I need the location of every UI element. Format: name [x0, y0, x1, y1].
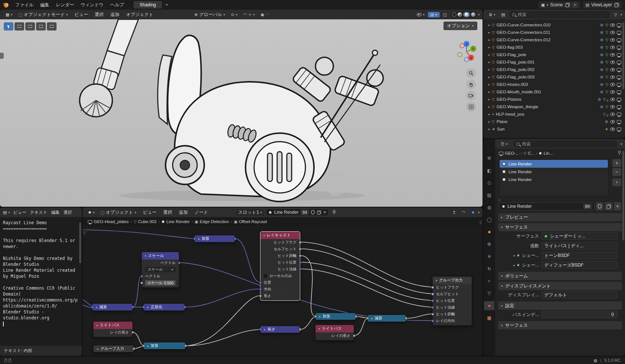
- expand-icon[interactable]: ▸: [488, 31, 490, 34]
- checkbox[interactable]: [264, 274, 267, 278]
- socket-output[interactable]: [355, 315, 358, 318]
- wrench-icon[interactable]: ⚙: [600, 90, 603, 94]
- overlays-toggle[interactable]: ◎▾: [428, 12, 440, 17]
- topbar-menu-item[interactable]: ウィンドウ: [77, 1, 107, 9]
- node-group-input[interactable]: ▸グループ入力: [93, 345, 134, 352]
- topbar-menu-item[interactable]: ヘルプ: [107, 1, 127, 9]
- node-group-output[interactable]: ▾グループ出力ヒットフラグセルフヒットヒット位置ヒット法線ヒット距離レイの方向: [432, 276, 472, 326]
- topbar-menu-item[interactable]: 編集: [37, 1, 52, 9]
- socket-output[interactable]: [353, 334, 356, 337]
- select-mode-new-button[interactable]: [15, 22, 24, 30]
- mesh-data-icon[interactable]: ▽: [605, 45, 608, 49]
- viewport-menu-item[interactable]: オブジェクト: [123, 11, 157, 19]
- node-enum-select[interactable]: スケール▾: [145, 267, 176, 272]
- node-light-path-b[interactable]: ▾ライトパスレイの長さ: [315, 325, 354, 341]
- new-scene-button[interactable]: [565, 2, 570, 8]
- socket-input[interactable]: [314, 315, 317, 318]
- socket-output[interactable]: [299, 254, 302, 257]
- hide-eye-icon[interactable]: [610, 53, 615, 57]
- disable-viewport-icon[interactable]: [617, 105, 621, 109]
- disable-viewport-icon[interactable]: [617, 75, 621, 79]
- properties-tab-material[interactable]: ●: [484, 301, 494, 310]
- socket-output[interactable]: [405, 317, 408, 320]
- collapse-icon[interactable]: ▸: [97, 347, 99, 351]
- wrench-icon[interactable]: ⚙: [600, 105, 603, 109]
- mesh-data-icon[interactable]: ▽: [605, 30, 608, 35]
- breadcrumb-item[interactable]: Line Render: [161, 219, 190, 224]
- mesh-data-icon[interactable]: ▽: [605, 38, 608, 42]
- viewport-menu-item[interactable]: 追加: [107, 11, 123, 19]
- editor-type-button[interactable]: ▦▾: [3, 12, 15, 17]
- collapse-icon[interactable]: ▸: [319, 315, 321, 318]
- node-header[interactable]: ▾レイキャスト: [260, 232, 300, 239]
- show-gizmo-toggle[interactable]: ▾: [414, 12, 427, 17]
- hide-eye-icon[interactable]: [610, 128, 615, 131]
- socket-input[interactable]: [142, 306, 145, 309]
- mesh-data-orange-icon[interactable]: ▽: [603, 112, 606, 116]
- node-normalize[interactable]: ▸正規化: [143, 303, 185, 311]
- socket-input[interactable]: [259, 294, 262, 297]
- wrench-icon[interactable]: ⚙: [605, 120, 608, 124]
- breadcrumb-item[interactable]: GEO-...: [499, 151, 519, 155]
- expand-icon[interactable]: ▸: [488, 113, 490, 116]
- outliner-row[interactable]: ▸▽GEO-Weapon_thingie⚙▽: [483, 103, 625, 110]
- mesh-data-icon[interactable]: ▽: [605, 68, 608, 72]
- text-scrollbar[interactable]: [79, 222, 81, 263]
- select-mode-subtract-button[interactable]: [36, 22, 46, 30]
- viewport-menu-item[interactable]: 選択: [92, 11, 107, 19]
- socket-output[interactable]: [299, 261, 302, 264]
- disable-viewport-icon[interactable]: [617, 98, 621, 101]
- outliner-row[interactable]: ▸▽GEO-Mouth_inside.001⚙▽: [483, 88, 625, 96]
- outliner-row[interactable]: ▸▽GEO-Pistons⚙▽3: [483, 96, 625, 103]
- disable-viewport-icon[interactable]: [617, 46, 621, 49]
- topbar-menu-item[interactable]: レンダー: [52, 1, 77, 9]
- toolbar-expand-arrow[interactable]: ›: [0, 53, 4, 59]
- disable-viewport-icon[interactable]: [617, 23, 621, 27]
- topbar-menu-item[interactable]: ファイル: [12, 1, 37, 9]
- wrench-icon[interactable]: ⚙: [600, 60, 603, 64]
- collapse-icon[interactable]: ▸: [198, 237, 200, 241]
- grid-perspective-button[interactable]: [466, 102, 476, 112]
- properties-tab-physics[interactable]: ↻: [484, 264, 494, 273]
- snap-toggle[interactable]: ◠⊹▾: [241, 12, 257, 17]
- add-slot-button[interactable]: +: [612, 159, 621, 167]
- breadcrumb-item[interactable]: ▽Cube.002: [134, 219, 157, 224]
- material-users-count[interactable]: 84: [583, 204, 592, 209]
- network-status-icon[interactable]: ◍: [594, 358, 597, 363]
- disable-viewport-icon[interactable]: [617, 31, 621, 34]
- socket-input[interactable]: [431, 293, 434, 296]
- expand-icon[interactable]: ▸: [488, 61, 490, 64]
- expand-icon[interactable]: ▸: [488, 75, 490, 79]
- node-scale[interactable]: ▾スケールベクトルスケール▾ベクトルスケール0.500: [141, 252, 179, 288]
- remove-slot-button[interactable]: −: [612, 168, 621, 176]
- properties-tab-scene[interactable]: ◍: [484, 203, 494, 212]
- socket-input[interactable]: [142, 344, 145, 347]
- navigation-gizmo[interactable]: Z Y X: [454, 39, 479, 64]
- material-slot-row[interactable]: Line Render: [500, 175, 608, 183]
- node-add-math-a[interactable]: ▸加算: [143, 342, 186, 349]
- disable-viewport-icon[interactable]: [617, 113, 621, 116]
- blender-logo-icon[interactable]: [3, 2, 9, 8]
- text-editor-body[interactable]: Raycast Line Demo================= This …: [0, 217, 82, 346]
- wrench-icon[interactable]: ⚙: [600, 83, 603, 87]
- factor-value-field[interactable]: ライトパス | ディ...: [541, 242, 618, 249]
- shading-options-chevron[interactable]: ▾: [478, 13, 480, 16]
- hide-eye-icon[interactable]: [610, 98, 615, 101]
- pan-hand-button[interactable]: [466, 80, 476, 89]
- socket-input[interactable]: [259, 288, 262, 291]
- properties-tab-render[interactable]: ◧: [484, 166, 494, 175]
- node-header[interactable]: ▾ライトパス: [93, 322, 132, 329]
- socket-input[interactable]: [431, 319, 434, 322]
- slot-list-grip[interactable]: ▸····: [499, 198, 609, 202]
- shading-wireframe-button[interactable]: [452, 12, 456, 17]
- mesh-data-icon[interactable]: ▽: [605, 53, 608, 57]
- outliner-row[interactable]: ▸▽GEO-flag.003⚙▽: [483, 44, 625, 51]
- disable-viewport-icon[interactable]: [617, 90, 621, 94]
- outliner-row[interactable]: ▸▽GEO-Flag_pole⚙▽: [483, 51, 625, 58]
- socket-input[interactable]: [431, 299, 434, 302]
- outliner-row[interactable]: ▸▽GEO-Hoses.003⚙▽: [483, 81, 625, 88]
- breadcrumb-item[interactable]: GEO-Head_plates: [88, 219, 129, 224]
- breadcrumb-item[interactable]: Lin...: [539, 151, 553, 155]
- hide-eye-icon[interactable]: [610, 46, 615, 49]
- expand-icon[interactable]: ▸: [513, 264, 515, 267]
